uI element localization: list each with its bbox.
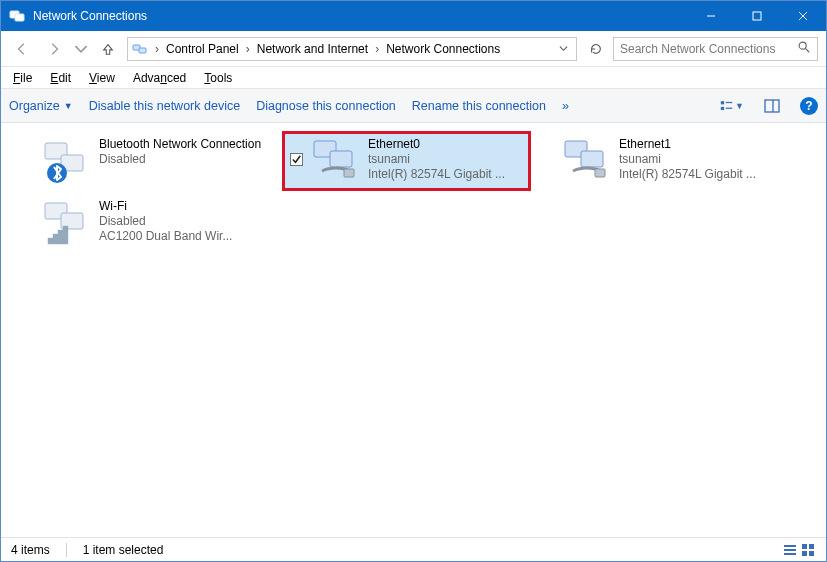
connection-item-bluetooth[interactable]: Bluetooth Network Connection Disabled	[39, 133, 284, 189]
svg-rect-7	[139, 48, 146, 53]
menu-tools[interactable]: Tools	[200, 69, 236, 87]
breadcrumb-item[interactable]: Network and Internet	[255, 42, 370, 56]
disable-device-button[interactable]: Disable this network device	[89, 99, 240, 113]
status-selected-count: 1 item selected	[83, 543, 164, 557]
wifi-adapter-icon	[43, 199, 91, 247]
svg-rect-22	[344, 169, 354, 177]
app-icon	[9, 8, 25, 24]
svg-rect-12	[721, 106, 724, 109]
chevron-right-icon[interactable]: ›	[152, 42, 162, 56]
large-icons-view-button[interactable]	[800, 542, 816, 558]
connection-detail: AC1200 Dual Band Wir...	[99, 229, 278, 244]
svg-rect-35	[802, 544, 807, 549]
menu-advanced[interactable]: Advanced	[129, 69, 190, 87]
menu-file[interactable]: File	[9, 69, 36, 87]
address-dropdown-button[interactable]	[555, 42, 572, 56]
breadcrumb-item[interactable]: Control Panel	[164, 42, 241, 56]
up-button[interactable]	[95, 36, 121, 62]
back-button[interactable]	[9, 36, 35, 62]
chevron-down-icon: ▼	[64, 101, 73, 111]
navigation-row: › Control Panel › Network and Internet ›…	[1, 31, 826, 67]
breadcrumb-item[interactable]: Network Connections	[384, 42, 502, 56]
command-bar: Organize ▼ Disable this network device D…	[1, 89, 826, 123]
menu-bar: File Edit View Advanced Tools	[1, 67, 826, 89]
connection-name: Bluetooth Network Connection	[99, 137, 278, 152]
recent-locations-button[interactable]	[73, 36, 89, 62]
location-icon	[132, 41, 148, 57]
connections-grid: Bluetooth Network Connection Disabled Et…	[9, 133, 818, 257]
overflow-button[interactable]: »	[562, 99, 569, 113]
details-view-button[interactable]	[782, 542, 798, 558]
svg-rect-32	[784, 545, 796, 547]
content-area[interactable]: Bluetooth Network Connection Disabled Et…	[1, 123, 826, 537]
bluetooth-adapter-icon	[43, 137, 91, 185]
svg-rect-11	[726, 101, 733, 102]
svg-rect-34	[784, 553, 796, 555]
svg-rect-14	[765, 100, 779, 112]
chevron-right-icon[interactable]: ›	[243, 42, 253, 56]
menu-edit[interactable]: Edit	[46, 69, 75, 87]
ethernet-adapter-icon	[312, 137, 360, 185]
svg-rect-1	[15, 14, 24, 21]
help-button[interactable]: ?	[800, 97, 818, 115]
connection-status: Disabled	[99, 152, 278, 167]
search-icon	[797, 40, 811, 57]
svg-rect-37	[802, 551, 807, 556]
chevron-right-icon[interactable]: ›	[372, 42, 382, 56]
svg-line-9	[806, 49, 810, 53]
svg-rect-19	[290, 153, 302, 165]
connection-name: Wi-Fi	[99, 199, 278, 214]
connection-item-wifi[interactable]: Wi-Fi Disabled AC1200 Dual Band Wir...	[39, 195, 284, 251]
status-item-count: 4 items	[11, 543, 50, 557]
connection-status: tsunami	[368, 152, 523, 167]
svg-rect-33	[784, 549, 796, 551]
minimize-button[interactable]	[688, 1, 734, 31]
svg-rect-10	[721, 101, 724, 104]
svg-rect-38	[809, 551, 814, 556]
preview-pane-button[interactable]	[760, 98, 784, 114]
search-box[interactable]: Search Network Connections	[613, 37, 818, 61]
svg-rect-30	[59, 231, 62, 243]
connection-name: Ethernet0	[368, 137, 523, 152]
svg-rect-3	[753, 12, 761, 20]
rename-button[interactable]: Rename this connection	[412, 99, 546, 113]
connection-item-ethernet0[interactable]: Ethernet0 tsunami Intel(R) 82574L Gigabi…	[284, 133, 529, 189]
svg-rect-21	[330, 151, 352, 167]
separator	[66, 543, 67, 557]
svg-rect-36	[809, 544, 814, 549]
connection-item-ethernet1[interactable]: Ethernet1 tsunami Intel(R) 82574L Gigabi…	[559, 133, 804, 189]
svg-rect-28	[49, 239, 52, 243]
svg-rect-24	[581, 151, 603, 167]
svg-rect-13	[726, 107, 733, 108]
search-placeholder: Search Network Connections	[620, 42, 797, 56]
address-bar[interactable]: › Control Panel › Network and Internet ›…	[127, 37, 577, 61]
diagnose-button[interactable]: Diagnose this connection	[256, 99, 396, 113]
ethernet-adapter-icon	[563, 137, 611, 185]
selection-checkbox[interactable]	[288, 153, 304, 166]
maximize-button[interactable]	[734, 1, 780, 31]
menu-view[interactable]: View	[85, 69, 119, 87]
view-options-button[interactable]: ▼	[720, 98, 744, 114]
connection-detail: Intel(R) 82574L Gigabit ...	[368, 167, 523, 182]
organize-button[interactable]: Organize ▼	[9, 99, 73, 113]
connection-detail: Intel(R) 82574L Gigabit ...	[619, 167, 798, 182]
svg-rect-25	[595, 169, 605, 177]
refresh-button[interactable]	[585, 38, 607, 60]
title-bar: Network Connections	[1, 1, 826, 31]
window-title: Network Connections	[33, 9, 688, 23]
close-button[interactable]	[780, 1, 826, 31]
svg-point-8	[799, 42, 806, 49]
connection-status: Disabled	[99, 214, 278, 229]
connection-name: Ethernet1	[619, 137, 798, 152]
forward-button[interactable]	[41, 36, 67, 62]
svg-rect-31	[64, 227, 67, 243]
status-bar: 4 items 1 item selected	[1, 537, 826, 561]
svg-rect-29	[54, 235, 57, 243]
connection-status: tsunami	[619, 152, 798, 167]
